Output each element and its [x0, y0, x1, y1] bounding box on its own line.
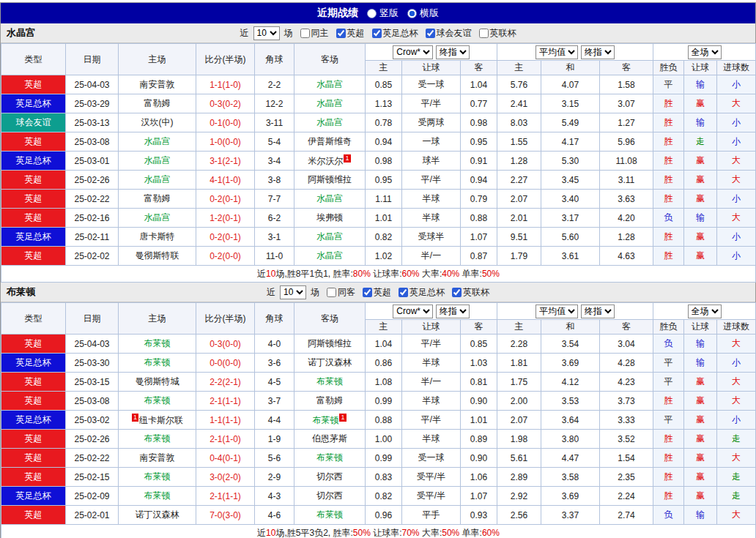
home-team[interactable]: 汉坎(中) [119, 113, 196, 132]
away-team[interactable]: 伯恩茅斯 [294, 430, 366, 449]
home-team[interactable]: 诺丁汉森林 [119, 506, 196, 525]
away-team[interactable]: 水晶宫 [294, 228, 366, 247]
away-team[interactable]: 水晶宫 [294, 113, 366, 132]
match-score[interactable]: 1-1(1-1) [196, 411, 255, 430]
match-score[interactable]: 1-2(0-1) [196, 209, 255, 228]
match-score[interactable]: 2-1(1-0) [196, 430, 255, 449]
filter-same-venue[interactable]: 同客 [322, 286, 355, 299]
filter-league-0-checkbox[interactable] [363, 288, 372, 297]
match-count-select[interactable]: 10 [253, 26, 280, 40]
home-team[interactable]: 布莱顿 [119, 354, 196, 373]
final-odds-select[interactable]: 终指 [581, 305, 615, 318]
match-score[interactable]: 0-2(0-1) [196, 190, 255, 209]
filter-league-1[interactable]: 英足总杯 [368, 27, 418, 40]
col-header-odds-home: 主 [366, 320, 402, 335]
match-score[interactable]: 0-1(0-0) [196, 113, 255, 132]
average-select[interactable]: 平均值 [536, 45, 578, 59]
away-team[interactable]: 富勒姆 [294, 392, 366, 411]
match-score[interactable]: 3-1(2-1) [196, 152, 255, 171]
team-name-text: 切尔西 [316, 490, 343, 501]
away-team[interactable]: 水晶宫 [294, 75, 366, 94]
home-team[interactable]: 曼彻斯特城 [119, 373, 196, 392]
layout-option-horizontal[interactable]: 横版 [407, 7, 439, 20]
scope-select[interactable]: 全场 [688, 45, 722, 59]
team-section-2: 布莱顿 近10场同客英超英足总杯英联杯 类型 日期 主场 比分(半场) 角球 客… [1, 283, 755, 538]
final-odds-select[interactable]: 终指 [436, 45, 470, 59]
filter-league-1-checkbox[interactable] [399, 288, 408, 297]
match-type-badge: 英超 [1, 247, 66, 266]
filter-same-venue-checkbox[interactable] [327, 288, 336, 297]
match-score[interactable]: 4-1(1-0) [196, 171, 255, 190]
away-team[interactable]: 布莱顿 [294, 373, 366, 392]
away-team[interactable]: 切尔西 [294, 468, 366, 487]
home-team[interactable]: 水晶宫 [119, 152, 196, 171]
scope-select[interactable]: 全场 [688, 305, 722, 318]
away-team[interactable]: 诺丁汉森林 [294, 354, 366, 373]
away-team[interactable]: 水晶宫 [294, 190, 366, 209]
away-team[interactable]: 阿斯顿维拉 [294, 171, 366, 190]
home-team[interactable]: 布莱顿 [119, 392, 196, 411]
filter-league-3[interactable]: 英联杯 [475, 27, 516, 40]
home-team[interactable]: 富勒姆 [119, 190, 196, 209]
home-team[interactable]: 1纽卡斯尔联 [119, 411, 196, 430]
away-team[interactable]: 埃弗顿 [294, 209, 366, 228]
match-score[interactable]: 0-3(0-2) [196, 94, 255, 113]
away-team[interactable]: 阿斯顿维拉 [294, 335, 366, 354]
average-select[interactable]: 平均值 [536, 305, 578, 318]
layout-option-vertical[interactable]: 竖版 [367, 7, 399, 20]
home-team[interactable]: 水晶宫 [119, 132, 196, 152]
home-team[interactable]: 南安普敦 [119, 75, 196, 94]
home-team[interactable]: 布莱顿 [119, 430, 196, 449]
match-score[interactable]: 1-1(1-0) [196, 75, 255, 94]
away-team[interactable]: 布莱顿1 [294, 411, 366, 430]
filter-league-0[interactable]: 英超 [358, 286, 391, 299]
home-team[interactable]: 布莱顿 [119, 487, 196, 506]
home-team[interactable]: 南安普敦 [119, 449, 196, 468]
match-count-select[interactable]: 10 [280, 285, 306, 299]
avg-odds-home: 2.07 [497, 190, 541, 209]
filter-league-1[interactable]: 英足总杯 [394, 286, 445, 299]
bookmaker-select[interactable]: Crow* [393, 305, 433, 318]
match-score[interactable]: 7-0(3-0) [196, 506, 255, 525]
filter-league-2-checkbox[interactable] [452, 288, 462, 297]
filter-league-1-checkbox[interactable] [372, 29, 382, 38]
match-score[interactable]: 3-0(2-0) [196, 468, 255, 487]
away-team[interactable]: 水晶宫 [294, 94, 366, 113]
filter-league-2[interactable]: 英联杯 [448, 286, 489, 299]
filter-league-2[interactable]: 球会友谊 [421, 27, 472, 40]
away-team[interactable]: 切尔西 [294, 487, 366, 506]
final-odds-select[interactable]: 终指 [436, 305, 470, 318]
home-team[interactable]: 布莱顿 [119, 335, 196, 354]
filter-same-venue-checkbox[interactable] [300, 29, 310, 38]
match-score[interactable]: 0-0(0-0) [196, 354, 255, 373]
match-score[interactable]: 2-2(2-1) [196, 373, 255, 392]
match-score[interactable]: 0-2(0-1) [196, 228, 255, 247]
match-score[interactable]: 1-0(0-0) [196, 132, 255, 152]
horizontal-layout-radio[interactable] [407, 9, 417, 18]
filter-league-0[interactable]: 英超 [332, 27, 365, 40]
away-team[interactable]: 米尔沃尔1 [294, 152, 366, 171]
away-team[interactable]: 布莱顿 [294, 449, 366, 468]
home-team[interactable]: 水晶宫 [119, 171, 196, 190]
match-score[interactable]: 0-2(0-0) [196, 247, 255, 266]
vertical-layout-radio[interactable] [367, 9, 377, 18]
away-team[interactable]: 水晶宫 [294, 247, 366, 266]
match-score[interactable]: 0-4(0-1) [196, 449, 255, 468]
away-team[interactable]: 伊普斯维奇 [294, 132, 366, 152]
filter-league-3-checkbox[interactable] [479, 29, 489, 38]
home-team[interactable]: 唐卡斯特 [119, 228, 196, 247]
final-odds-select[interactable]: 终指 [581, 45, 615, 59]
filter-league-0-checkbox[interactable] [336, 29, 346, 38]
avg-odds-away: 4.28 [600, 354, 653, 373]
away-team[interactable]: 布莱顿 [294, 506, 366, 525]
filter-same-venue[interactable]: 同主 [296, 27, 329, 40]
home-team[interactable]: 水晶宫 [119, 209, 196, 228]
bookmaker-select[interactable]: Crow* [393, 45, 433, 59]
home-team[interactable]: 布莱顿 [119, 468, 196, 487]
filter-league-2-checkbox[interactable] [426, 29, 435, 38]
home-team[interactable]: 曼彻斯特联 [119, 247, 196, 266]
match-score[interactable]: 2-1(1-1) [196, 487, 255, 506]
match-score[interactable]: 0-3(0-0) [196, 335, 255, 354]
home-team[interactable]: 富勒姆 [119, 94, 196, 113]
match-score[interactable]: 2-1(1-1) [196, 392, 255, 411]
